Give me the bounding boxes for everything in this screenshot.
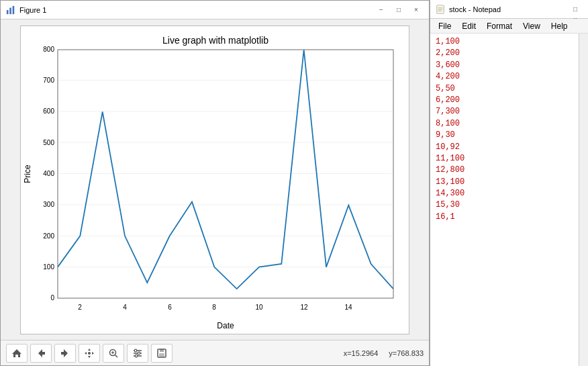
maximize-button[interactable]: □: [391, 5, 406, 15]
svg-text:14: 14: [344, 304, 352, 311]
notepad-line-12: 12,800: [436, 165, 464, 175]
svg-marker-36: [92, 352, 94, 355]
svg-text:400: 400: [43, 170, 54, 177]
home-button[interactable]: [6, 344, 28, 363]
svg-text:2: 2: [78, 304, 82, 311]
svg-text:4: 4: [123, 304, 127, 311]
close-button[interactable]: ×: [409, 5, 424, 15]
svg-marker-30: [12, 349, 21, 357]
figure-titlebar: Figure 1 − □ ×: [1, 1, 429, 19]
chart-title: Live graph with matplotlib: [162, 35, 268, 46]
figure-win-buttons: − □ ×: [374, 5, 424, 15]
home-icon: [11, 348, 22, 359]
notepad-content[interactable]: 1,100 2,200 3,600 4,200 5,50 6,200 7,300…: [430, 34, 579, 366]
notepad-title: stock - Notepad: [449, 5, 568, 13]
figure-canvas-area: Live graph with matplotlib Price Date: [1, 19, 429, 340]
svg-rect-3: [58, 50, 393, 298]
menu-edit[interactable]: Edit: [456, 20, 481, 32]
chart-container: Live graph with matplotlib Price Date: [20, 26, 409, 334]
notepad-line-3: 3,600: [436, 60, 460, 70]
save-icon: [156, 348, 167, 359]
np-maximize-button[interactable]: □: [568, 4, 583, 15]
menu-help[interactable]: Help: [546, 20, 573, 32]
notepad-menubar: File Edit Format View Help: [430, 19, 588, 34]
save-button[interactable]: [151, 344, 173, 363]
notepad-line-10: 10,92: [436, 142, 460, 152]
svg-point-37: [88, 352, 91, 355]
svg-point-47: [135, 355, 138, 357]
svg-rect-1: [9, 7, 11, 14]
minimize-button[interactable]: −: [374, 5, 389, 15]
notepad-content-wrapper: 1,100 2,200 3,600 4,200 5,50 6,200 7,300…: [430, 34, 588, 366]
menu-format[interactable]: Format: [481, 20, 518, 32]
notepad-line-11: 11,100: [436, 154, 464, 163]
configure-button[interactable]: [127, 344, 148, 363]
x-axis-label: Date: [217, 321, 234, 330]
zoom-icon: [108, 348, 119, 359]
notepad-line-13: 13,100: [436, 177, 464, 187]
figure-title: Figure 1: [19, 6, 374, 14]
notepad-icon: [436, 5, 445, 14]
svg-text:8: 8: [212, 304, 216, 311]
svg-marker-31: [38, 349, 45, 357]
svg-rect-49: [160, 349, 164, 352]
svg-text:800: 800: [43, 46, 54, 53]
forward-icon: [60, 348, 70, 359]
notepad-line-15: 15,30: [436, 200, 460, 210]
notepad-line-16: 16,1: [436, 212, 455, 222]
notepad-line-9: 9,30: [436, 130, 455, 140]
notepad-line-7: 7,300: [436, 107, 460, 116]
forward-button[interactable]: [54, 344, 76, 363]
figure-toolbar: x=15.2964 y=768.833: [1, 340, 429, 365]
figure-window: Figure 1 − □ × Live graph with matplotli…: [0, 0, 430, 366]
configure-icon: [132, 348, 143, 359]
svg-text:700: 700: [43, 77, 54, 84]
notepad-line-6: 6,200: [436, 95, 460, 105]
svg-rect-51: [437, 5, 444, 13]
svg-rect-0: [7, 10, 9, 14]
figure-icon: [6, 5, 15, 15]
back-icon: [36, 348, 46, 359]
notepad-line-14: 14,300: [436, 189, 464, 198]
menu-view[interactable]: View: [518, 20, 546, 32]
svg-marker-34: [88, 356, 91, 358]
notepad-line-4: 4,200: [436, 72, 460, 81]
chart-svg: Live graph with matplotlib Price Date: [21, 26, 410, 335]
svg-point-46: [138, 352, 140, 355]
svg-text:6: 6: [168, 304, 172, 311]
pan-icon: [84, 348, 95, 359]
svg-marker-32: [61, 349, 68, 357]
svg-rect-2: [13, 5, 15, 13]
status-y: y=768.833: [389, 349, 424, 357]
notepad-window: stock - Notepad − □ × File Edit Format V…: [430, 0, 588, 366]
svg-text:100: 100: [43, 263, 54, 271]
svg-text:200: 200: [43, 232, 54, 240]
pan-button[interactable]: [79, 344, 100, 363]
svg-point-45: [134, 349, 137, 352]
status-x: x=15.2964: [344, 349, 379, 357]
svg-line-39: [115, 355, 118, 357]
svg-text:10: 10: [255, 304, 263, 311]
back-button[interactable]: [30, 344, 52, 363]
svg-text:300: 300: [43, 201, 54, 208]
notepad-line-1: 1,100: [436, 37, 460, 46]
svg-text:600: 600: [43, 107, 54, 115]
zoom-button[interactable]: [103, 344, 124, 363]
notepad-line-8: 8,100: [436, 119, 460, 128]
svg-marker-33: [88, 349, 91, 351]
notepad-line-5: 5,50: [436, 84, 455, 93]
svg-rect-50: [159, 353, 164, 357]
svg-text:12: 12: [300, 304, 308, 311]
notepad-line-2: 2,200: [436, 48, 460, 58]
svg-text:500: 500: [43, 139, 54, 146]
figure-status: x=15.2964 y=768.833: [344, 349, 424, 357]
svg-text:0: 0: [50, 294, 54, 302]
menu-file[interactable]: File: [433, 20, 456, 32]
notepad-scrollbar[interactable]: [579, 34, 588, 366]
svg-marker-35: [85, 352, 87, 355]
y-axis-label: Price: [23, 165, 32, 183]
notepad-titlebar: stock - Notepad − □ ×: [430, 0, 588, 19]
